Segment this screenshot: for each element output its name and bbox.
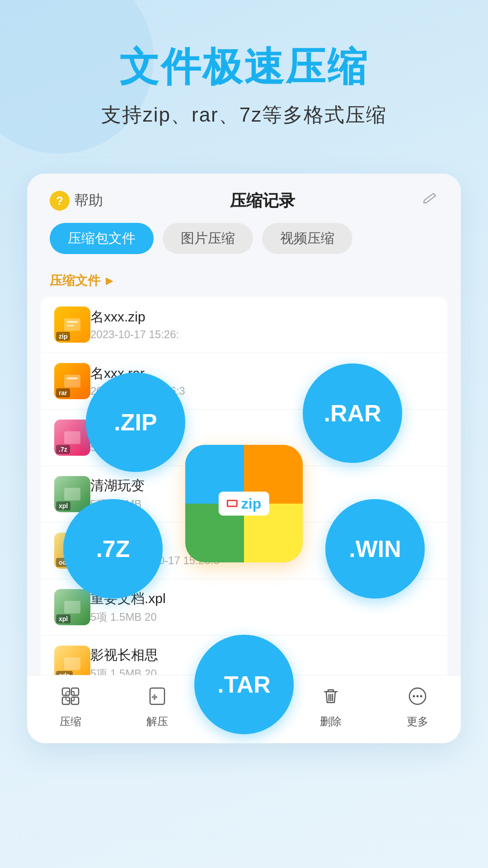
file-meta: 2023-10-17 15:26: [90, 328, 434, 341]
file-meta: 5项 1.5MB 20 [90, 610, 434, 624]
svg-rect-8 [64, 601, 80, 613]
app-topbar: ? 帮助 压缩记录 [27, 174, 461, 223]
bubble-rar: .RAR [303, 363, 402, 463]
center-app-icon: zip [185, 445, 303, 562]
help-icon: ? [50, 191, 70, 211]
zip-box-icon [227, 500, 238, 507]
bubble-win: .WIN [325, 499, 425, 599]
svg-rect-1 [67, 321, 78, 323]
app-card: ? 帮助 压缩记录 压缩包文件 图片压缩 视频压缩 压缩文件 ▶ zip [27, 174, 461, 743]
help-button[interactable]: ? 帮助 [50, 191, 103, 211]
zip-label-overlay: zip [219, 491, 269, 515]
nav-extract[interactable]: 解压 [146, 686, 168, 729]
section-arrow-icon: ▶ [106, 275, 113, 287]
svg-rect-4 [67, 377, 78, 379]
svg-rect-5 [64, 431, 80, 444]
file-icon-zip: zip [54, 307, 90, 343]
file-icon-xpl: xpl [54, 476, 90, 512]
main-title: 文件极速压缩 [27, 45, 461, 89]
list-item[interactable]: zip 名xxx.zip 2023-10-17 15:26: [41, 297, 447, 353]
zip-label-text: zip [241, 495, 261, 512]
file-info: 名xxx.zip 2023-10-17 15:26: [90, 308, 434, 341]
section-label: 压缩文件 [50, 272, 100, 289]
bubble-zip: .ZIP [86, 373, 185, 472]
sub-title: 支持zip、rar、7z等多格式压缩 [27, 102, 461, 128]
nav-extract-label: 解压 [146, 714, 168, 729]
svg-rect-9 [64, 657, 80, 670]
svg-point-19 [417, 695, 419, 697]
section-header: 压缩文件 ▶ [27, 265, 461, 297]
tab-compress-files[interactable]: 压缩包文件 [50, 223, 154, 254]
page-title: 压缩记录 [230, 190, 295, 212]
file-name: 名xxx.zip [90, 308, 434, 326]
bubble-tar: .TAR [194, 635, 294, 734]
nav-delete-label: 删除 [320, 714, 342, 729]
svg-rect-3 [64, 375, 80, 387]
edit-icon[interactable] [422, 191, 438, 211]
nav-compress[interactable]: 压缩 [60, 686, 81, 729]
svg-rect-6 [64, 488, 80, 500]
compress-icon [61, 686, 80, 711]
nav-delete[interactable]: 删除 [320, 686, 342, 729]
nav-compress-label: 压缩 [60, 714, 81, 729]
nav-more-label: 更多 [407, 714, 428, 729]
svg-rect-2 [67, 325, 74, 326]
tab-video-compress[interactable]: 视频压缩 [262, 223, 352, 254]
file-icon-rar: rar [54, 363, 90, 399]
delete-icon [321, 686, 341, 711]
svg-point-20 [420, 695, 422, 697]
help-label: 帮助 [74, 191, 103, 211]
tab-image-compress[interactable]: 图片压缩 [163, 223, 253, 254]
more-icon [408, 686, 427, 711]
tab-bar: 压缩包文件 图片压缩 视频压缩 [27, 223, 461, 265]
extract-icon [147, 686, 167, 711]
nav-more[interactable]: 更多 [407, 686, 428, 729]
header-section: 文件极速压缩 支持zip、rar、7z等多格式压缩 [0, 0, 488, 156]
svg-point-18 [413, 695, 415, 697]
file-icon-xpl2: xpl [54, 589, 90, 625]
bubble-7z: .7Z [63, 499, 163, 599]
file-icon-7z: .7z [54, 420, 90, 456]
